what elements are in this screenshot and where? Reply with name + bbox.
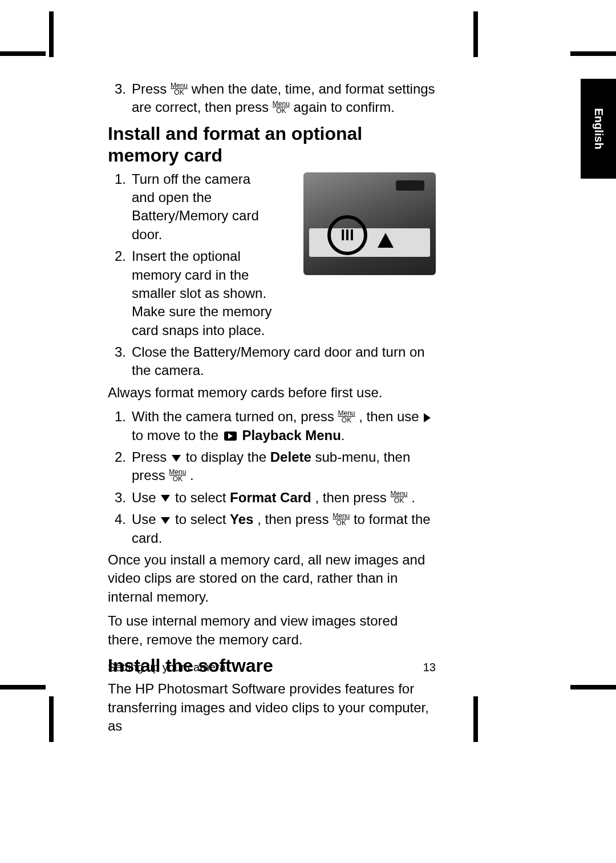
- playback-icon: [224, 432, 237, 441]
- list-item: 2. Insert the optional memory card in th…: [108, 247, 295, 340]
- list-item: 2. Press to display the Delete sub-menu,…: [108, 448, 436, 485]
- arrow-up-icon: [378, 233, 394, 248]
- list-item: 4. Use to select Yes , then press MenuOK…: [108, 510, 436, 547]
- intro-steps: 3. Press MenuOK when the date, time, and…: [108, 80, 436, 117]
- crop-mark: [0, 51, 46, 56]
- bold-text: Format Card: [230, 490, 311, 505]
- footer-section-title: Setting up your camera: [108, 661, 226, 674]
- step-text: Insert the optional memory card in the s…: [132, 247, 274, 340]
- language-label: English: [592, 108, 605, 149]
- paragraph-once-installed: Once you install a memory card, all new …: [108, 551, 436, 606]
- crop-mark: [49, 696, 54, 742]
- crop-mark: [570, 685, 616, 689]
- step-number: 1.: [108, 408, 132, 445]
- step-text: Use to select Yes , then press MenuOK to…: [132, 510, 436, 547]
- menu-ok-icon: MenuOK: [391, 490, 408, 504]
- paragraph-always-format: Always format memory cards before first …: [108, 384, 436, 402]
- crop-mark: [473, 11, 478, 57]
- step-number: 2.: [108, 448, 132, 485]
- camera-lens: [396, 180, 424, 191]
- triangle-down-icon: [172, 455, 181, 462]
- triangle-down-icon: [161, 517, 170, 524]
- format-steps: 1. With the camera turned on, press Menu…: [108, 408, 436, 547]
- menu-ok-icon: MenuOK: [333, 513, 350, 526]
- list-item: 3. Use to select Format Card , then pres…: [108, 489, 436, 507]
- triangle-right-icon: [424, 413, 431, 422]
- crop-mark: [49, 11, 54, 57]
- list-item: 1. Turn off the camera and open the Batt…: [108, 170, 295, 244]
- step-text: With the camera turned on, press MenuOK …: [132, 408, 436, 445]
- list-item: 3. Press MenuOK when the date, time, and…: [108, 80, 436, 117]
- step-number: 3.: [108, 343, 132, 380]
- bold-text: Delete: [270, 449, 311, 465]
- heading-install-memory-card: Install and format an optional memory ca…: [108, 123, 436, 167]
- step-number: 3.: [108, 489, 132, 507]
- list-item: 1. With the camera turned on, press Menu…: [108, 408, 436, 445]
- menu-ok-icon: MenuOK: [171, 82, 188, 96]
- camera-illustration: III: [303, 172, 436, 275]
- step-number: 4.: [108, 510, 132, 547]
- memory-card-highlight: III: [327, 215, 367, 255]
- triangle-down-icon: [161, 495, 170, 502]
- bold-text: Yes: [230, 511, 253, 527]
- step-number: 2.: [108, 247, 132, 340]
- step-number: 1.: [108, 170, 132, 244]
- page-number: 13: [423, 661, 436, 674]
- crop-mark: [570, 51, 616, 56]
- language-tab: English: [581, 79, 616, 179]
- step-number: 3.: [108, 80, 132, 117]
- step-text: Turn off the camera and open the Battery…: [132, 170, 274, 244]
- page-footer: Setting up your camera 13: [108, 661, 436, 674]
- crop-mark: [473, 696, 478, 742]
- paragraph-internal-memory: To use internal memory and view images s…: [108, 612, 436, 649]
- step-text: Close the Battery/Memory card door and t…: [132, 343, 436, 380]
- bold-text: Playback Menu: [242, 428, 341, 443]
- page-content: 3. Press MenuOK when the date, time, and…: [108, 80, 436, 741]
- step-text: Press MenuOK when the date, time, and fo…: [132, 80, 436, 117]
- paragraph-software: The HP Photosmart Software provides feat…: [108, 680, 436, 735]
- step-text: Press to display the Delete sub-menu, th…: [132, 448, 436, 485]
- menu-ok-icon: MenuOK: [273, 100, 290, 114]
- menu-ok-icon: MenuOK: [338, 410, 355, 424]
- menu-ok-icon: MenuOK: [169, 469, 186, 482]
- list-item: 3. Close the Battery/Memory card door an…: [108, 343, 436, 380]
- crop-mark: [0, 685, 46, 689]
- memory-card-section: III 1. Turn off the camera and open the …: [108, 170, 436, 380]
- step-text: Use to select Format Card , then press M…: [132, 489, 436, 507]
